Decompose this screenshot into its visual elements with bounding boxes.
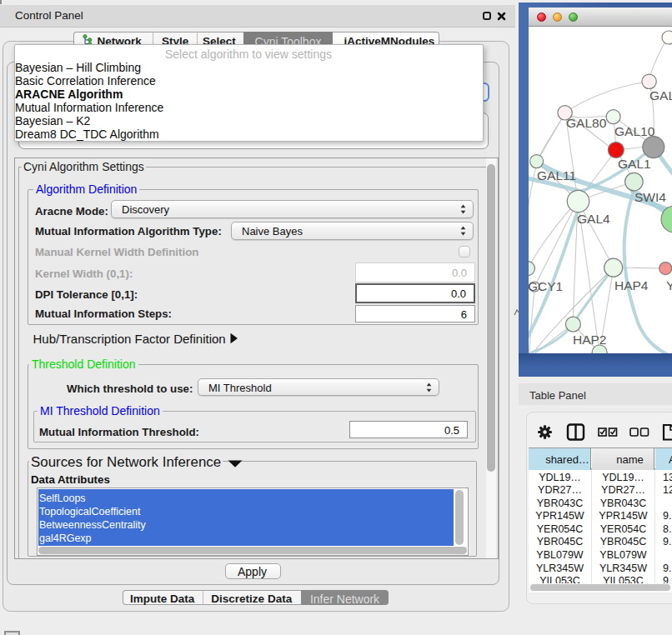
svg-text:YD: YD xyxy=(666,278,672,292)
svg-text:GAL11: GAL11 xyxy=(537,168,576,182)
svg-text:SWI4: SWI4 xyxy=(634,190,666,204)
svg-text:GAL10: GAL10 xyxy=(614,124,655,138)
svg-text:GAL7: GAL7 xyxy=(649,88,672,102)
svg-text:GAL4: GAL4 xyxy=(577,212,610,226)
svg-text:GAL1: GAL1 xyxy=(618,157,651,171)
svg-text:GAL80: GAL80 xyxy=(566,116,607,130)
svg-text:GCY1: GCY1 xyxy=(529,279,563,293)
svg-text:HAP4: HAP4 xyxy=(614,278,649,292)
svg-text:HAP2: HAP2 xyxy=(573,332,607,347)
